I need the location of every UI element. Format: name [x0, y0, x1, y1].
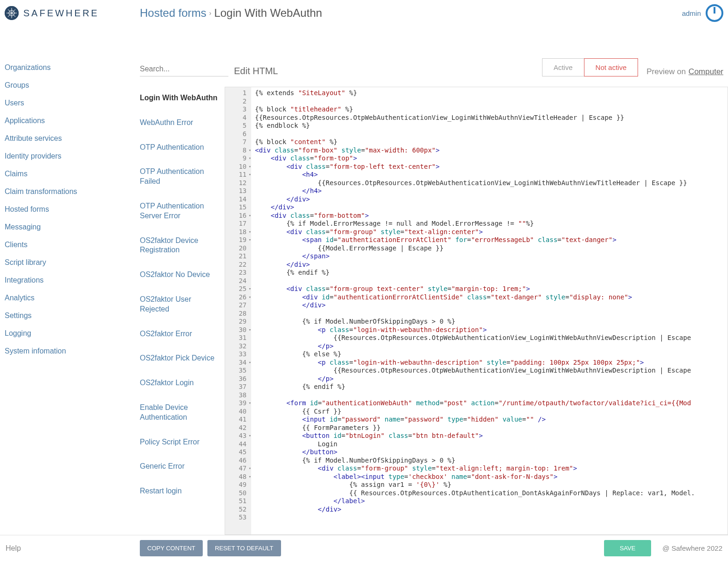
breadcrumb-root[interactable]: Hosted forms: [140, 7, 206, 20]
help-link[interactable]: Help: [6, 544, 140, 553]
sidebar-item-clients[interactable]: Clients: [5, 236, 130, 254]
brand-name: SAFEWHERE: [23, 8, 99, 19]
app-header: SAFEWHERE Hosted forms › Login With WebA…: [0, 0, 728, 26]
header-right: admin: [682, 4, 723, 22]
sidebar-item-hosted-forms[interactable]: Hosted forms: [5, 201, 130, 218]
form-item[interactable]: Restart login: [135, 479, 225, 504]
sidebar-item-organizations[interactable]: Organizations: [5, 59, 130, 76]
sidebar-item-groups[interactable]: Groups: [5, 76, 130, 94]
content: Edit HTML Active Not active Preview on C…: [135, 26, 728, 535]
sidebar-item-attribute-services[interactable]: Attribute services: [5, 130, 130, 147]
form-item[interactable]: OS2faktor User Rejected: [135, 287, 225, 322]
form-item[interactable]: Generic Error: [135, 454, 225, 479]
user-menu[interactable]: admin: [682, 9, 701, 17]
form-item[interactable]: OS2faktor No Device: [135, 263, 225, 287]
logo-area: SAFEWHERE: [5, 6, 140, 20]
toolbar: Edit HTML Active Not active Preview on C…: [135, 26, 728, 76]
reset-default-button[interactable]: RESET TO DEFAULT: [207, 540, 281, 556]
sidebar-item-messaging[interactable]: Messaging: [5, 218, 130, 236]
breadcrumb-current: Login With WebAuthn: [214, 7, 322, 20]
tab-not-active[interactable]: Not active: [584, 58, 639, 76]
form-item[interactable]: OS2faktor Error: [135, 322, 225, 346]
forms-scroll[interactable]: Login With WebAuthnWebAuthn ErrorOTP Aut…: [135, 86, 225, 535]
sidebar-item-claim-transformations[interactable]: Claim transformations: [5, 183, 130, 201]
sidebar-item-system-infomation[interactable]: System infomation: [5, 342, 130, 360]
sidebar-item-applications[interactable]: Applications: [5, 112, 130, 130]
panels: Login With WebAuthnWebAuthn ErrorOTP Aut…: [135, 76, 728, 535]
forms-list: Login With WebAuthnWebAuthn ErrorOTP Aut…: [135, 86, 225, 535]
sidebar-item-logging[interactable]: Logging: [5, 325, 130, 342]
sidebar-item-identity-providers[interactable]: Identity providers: [5, 147, 130, 165]
code-area[interactable]: {% extends "SiteLayout" %} {% block "tit…: [251, 87, 728, 534]
form-item[interactable]: Enable Device Authentication: [135, 395, 225, 430]
tab-active[interactable]: Active: [542, 58, 584, 76]
sidebar-item-script-library[interactable]: Script library: [5, 254, 130, 271]
sidebar-item-claims[interactable]: Claims: [5, 165, 130, 183]
editor-title: Edit HTML: [234, 66, 542, 76]
search-input[interactable]: [140, 62, 228, 76]
form-item[interactable]: Policy Script Error: [135, 430, 225, 455]
sidebar-item-integrations[interactable]: Integrations: [5, 271, 130, 289]
form-item[interactable]: OTP Authentication Server Error: [135, 194, 225, 229]
active-toggle: Active Not active: [542, 58, 639, 76]
sidebar-item-settings[interactable]: Settings: [5, 307, 130, 325]
copyright: @ Safewhere 2022: [662, 544, 722, 552]
chevron-right-icon: ›: [209, 9, 212, 17]
preview-target-link[interactable]: Computer: [688, 67, 723, 76]
form-item[interactable]: OTP Authentication Failed: [135, 159, 225, 194]
code-editor[interactable]: 1234567891011121314151617181920212223242…: [225, 87, 728, 535]
form-item[interactable]: OTP Authentication: [135, 135, 225, 160]
form-item[interactable]: Login With WebAuthn: [135, 86, 225, 111]
form-item[interactable]: OS2faktor Pick Device: [135, 346, 225, 371]
form-item[interactable]: OS2faktor Device Registration: [135, 229, 225, 263]
power-icon[interactable]: [706, 4, 723, 22]
footer: Help COPY CONTENT RESET TO DEFAULT SAVE …: [0, 535, 728, 561]
main: OrganizationsGroupsUsersApplicationsAttr…: [0, 26, 728, 535]
sidebar-item-users[interactable]: Users: [5, 94, 130, 112]
sidebar: OrganizationsGroupsUsersApplicationsAttr…: [0, 26, 135, 535]
preview-label: Preview on: [646, 67, 686, 76]
brand-icon: [5, 6, 19, 20]
sidebar-item-analytics[interactable]: Analytics: [5, 289, 130, 307]
form-item[interactable]: OS2faktor Login: [135, 371, 225, 395]
form-item[interactable]: WebAuthn Error: [135, 111, 225, 135]
search-wrap: [140, 62, 228, 76]
save-button[interactable]: SAVE: [604, 540, 652, 556]
copy-content-button[interactable]: COPY CONTENT: [140, 540, 203, 556]
breadcrumb: Hosted forms › Login With WebAuthn: [140, 7, 322, 20]
line-gutter: 1234567891011121314151617181920212223242…: [225, 87, 251, 534]
